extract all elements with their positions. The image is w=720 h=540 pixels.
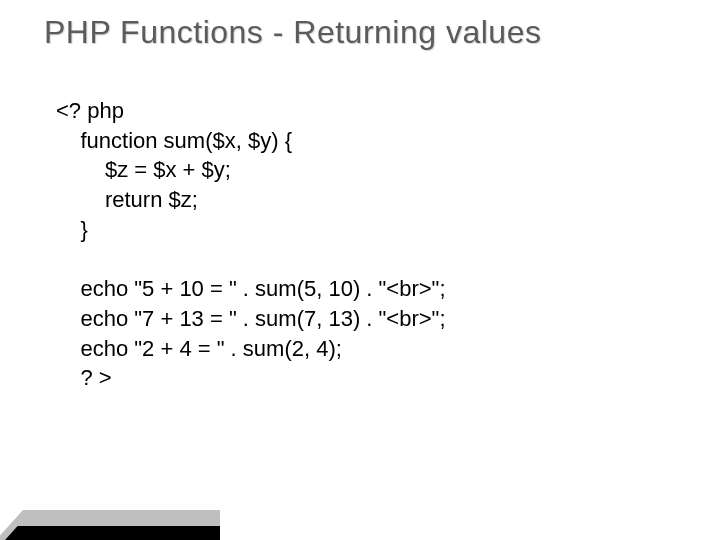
code-block: <? php function sum($x, $y) { $z = $x + … bbox=[56, 96, 680, 393]
slide-title: PHP Functions - Returning values bbox=[44, 14, 696, 51]
accent-black-shape bbox=[0, 526, 220, 540]
slide: PHP Functions - Returning values <? php … bbox=[0, 0, 720, 540]
corner-accent bbox=[0, 494, 220, 540]
